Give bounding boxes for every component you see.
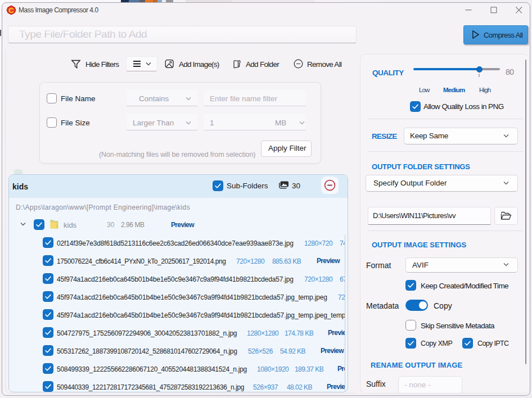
svg-text:C: C [8, 6, 14, 15]
